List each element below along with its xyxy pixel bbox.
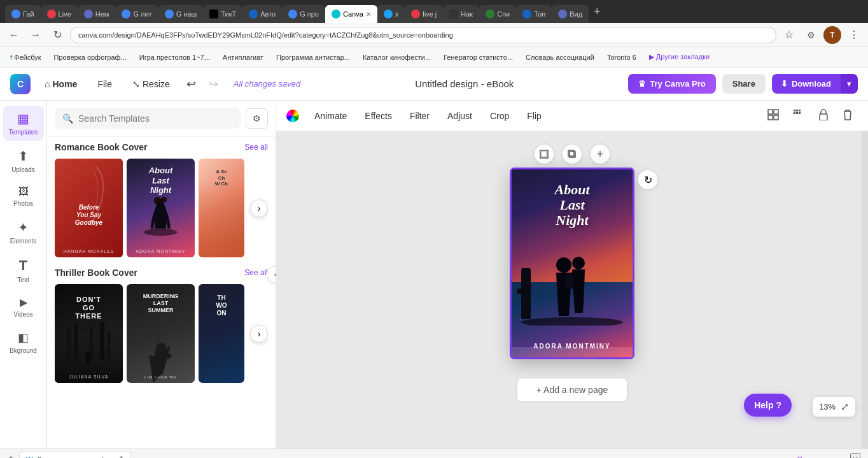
bookmark-got[interactable]: Игра престолов 1~7... — [134, 52, 215, 62]
bookmark-antiplagiat[interactable]: Антиплагиат — [218, 52, 269, 62]
main-area: ▦ Templates ⬆ Uploads 🖼 Photos ✦ Element… — [0, 101, 868, 448]
bookmark-star[interactable]: ☆ — [780, 26, 798, 44]
romance-section: Romance Book Cover See all — [47, 142, 276, 268]
file-btn[interactable]: File — [91, 75, 118, 93]
filter-btn[interactable]: ⚙ — [246, 108, 268, 129]
tab-14[interactable]: Вид — [552, 5, 589, 23]
bookmark-gen[interactable]: Генератор статисто... — [438, 52, 518, 62]
tab-1[interactable]: Гай — [5, 5, 41, 23]
bookmark-spellcheck[interactable]: Проверка орфограф... — [49, 52, 132, 62]
add-element-btn[interactable]: + — [590, 144, 610, 164]
tab-6[interactable]: ТикТ — [203, 5, 242, 23]
home-btn[interactable]: ⌂ Home — [38, 75, 83, 93]
sidebar-item-text[interactable]: T Text — [3, 252, 44, 289]
undo-btn[interactable]: ↩ — [184, 75, 199, 94]
tab-x[interactable]: x — [377, 5, 405, 23]
romance-grid: BeforeYou SayGoodbye HANNAH MORALES — [55, 159, 268, 257]
tab-8[interactable]: G про — [282, 5, 325, 23]
adjust-btn[interactable]: Adjust — [440, 107, 480, 125]
tab-10[interactable]: live j — [405, 5, 443, 23]
romance-title: Romance Book Cover — [55, 142, 147, 152]
romance-see-all[interactable]: See all — [244, 143, 268, 152]
browser-menu[interactable]: ⋮ — [845, 26, 863, 44]
thriller-template-3[interactable]: THWOON — [199, 284, 244, 383]
try-pro-btn[interactable]: ♛ Try Canva Pro — [628, 74, 715, 94]
extensions-btn[interactable]: ⚙ — [802, 26, 820, 44]
redo-btn[interactable]: ↪ — [206, 75, 221, 94]
romance-next-btn[interactable]: › — [250, 199, 268, 217]
delete-btn[interactable] — [837, 105, 858, 127]
romance-template-1[interactable]: BeforeYou SayGoodbye HANNAH MORALES — [55, 159, 123, 257]
search-area: 🔍 ⚙ — [47, 101, 276, 137]
search-input[interactable] — [78, 113, 233, 124]
new-tab-btn[interactable]: + — [589, 5, 606, 18]
download-btn[interactable]: ⬇ Download — [772, 74, 840, 94]
thriller-next-btn[interactable]: › — [250, 325, 268, 343]
flip-btn[interactable]: Flip — [519, 107, 549, 125]
saved-status: All changes saved — [234, 79, 301, 89]
grid-view-btn[interactable] — [762, 105, 784, 127]
address-bar[interactable]: canva.com/design/DAEAHqE3FPs/soTwdEDY29G… — [70, 27, 776, 43]
sidebar-item-elements[interactable]: ✦ Elements — [3, 215, 44, 250]
download-arrow-btn[interactable]: ▾ — [840, 74, 858, 94]
svg-rect-8 — [86, 355, 90, 365]
animate-btn[interactable]: Animate — [307, 107, 354, 125]
bookmark-antistar[interactable]: Программа антистар... — [271, 52, 355, 62]
crop-btn[interactable]: Crop — [482, 107, 517, 125]
bookmark-assoc[interactable]: Словарь ассоциаций — [521, 52, 599, 62]
sidebar-item-uploads[interactable]: ⬆ Uploads — [3, 143, 44, 178]
sidebar-item-photos[interactable]: 🖼 Photos — [3, 181, 44, 212]
frame-btn[interactable] — [534, 144, 554, 164]
help-btn[interactable]: Help ? — [744, 394, 792, 417]
duplicate-btn[interactable] — [562, 144, 582, 164]
thriller-see-all[interactable]: See all — [244, 268, 268, 277]
pattern-view-btn[interactable] — [788, 105, 809, 127]
rotate-btn[interactable]: ↻ — [638, 169, 658, 190]
background-icon: ◧ — [18, 331, 29, 345]
reload-btn[interactable]: ↻ — [48, 26, 66, 44]
bottom-bar: ⬆ W Деньги могут все....docx ⬆ Показать … — [0, 448, 868, 458]
close-bottom-btn[interactable]: ✕ — [850, 453, 860, 459]
bookmark-toronto[interactable]: Toronto 6 — [602, 52, 641, 62]
tab-12[interactable]: Спи — [479, 5, 516, 23]
tab-11[interactable]: Нак — [443, 5, 479, 23]
forward-btn[interactable]: → — [27, 26, 45, 44]
tab-3[interactable]: Нем — [78, 5, 116, 23]
uploads-label: Uploads — [11, 166, 35, 173]
resize-btn[interactable]: ⤡ Resize — [126, 75, 176, 93]
color-wheel[interactable] — [286, 110, 299, 122]
effects-btn[interactable]: Effects — [357, 107, 400, 125]
bookmark-other[interactable]: ▶ Другие закладки — [644, 52, 715, 62]
sidebar-item-background[interactable]: ◧ Bkground — [3, 326, 44, 359]
sidebar-item-templates[interactable]: ▦ Templates — [3, 106, 44, 141]
zoom-expand-btn[interactable]: ⤢ — [841, 401, 849, 413]
tab-4[interactable]: G лит — [115, 5, 158, 23]
romance-template-2[interactable]: AboutLastNight ADORA MONTMINY — [127, 159, 195, 257]
tab-canva[interactable]: Canva✕ — [325, 5, 377, 23]
add-page-btn[interactable]: + Add a new page — [517, 378, 628, 402]
book-cover-canvas[interactable]: AboutLastNight ADORA MONTMINY — [512, 169, 633, 357]
lock-btn[interactable] — [813, 105, 834, 127]
crown-icon: ♛ — [638, 79, 646, 89]
tab-5[interactable]: G наш — [158, 5, 204, 23]
file-icon: W — [26, 455, 32, 459]
resize-icon: ⤡ — [132, 79, 140, 89]
sidebar-item-videos[interactable]: ▶ Videos — [3, 291, 44, 323]
profile-btn[interactable]: T — [823, 26, 841, 44]
show-all-btn[interactable]: Показать все — [797, 455, 840, 459]
tab-13[interactable]: Топ — [516, 5, 552, 23]
secondary-right — [762, 105, 858, 127]
text-icon: T — [19, 257, 27, 274]
tab-7[interactable]: Авто — [242, 5, 282, 23]
thriller-template-1[interactable]: DON'TGOTHERE JULIANA SILVA — [55, 284, 123, 383]
thriller-template-2[interactable]: MURDERINGLASTSUMMER LIM CHEN WE — [127, 284, 195, 383]
tab-2[interactable]: Live — [41, 5, 78, 23]
share-btn[interactable]: Share — [722, 74, 766, 94]
svg-rect-14 — [794, 110, 795, 111]
romance-template-3[interactable]: A SeChW Ch — [199, 159, 244, 257]
bookmark-kino[interactable]: Каталог кинофести... — [358, 52, 436, 62]
filter-tool-btn[interactable]: Filter — [402, 107, 437, 125]
search-input-wrapper: 🔍 — [55, 108, 241, 129]
bookmark-facebook[interactable]: f Фейсбук — [5, 52, 46, 62]
back-btn[interactable]: ← — [5, 26, 23, 44]
